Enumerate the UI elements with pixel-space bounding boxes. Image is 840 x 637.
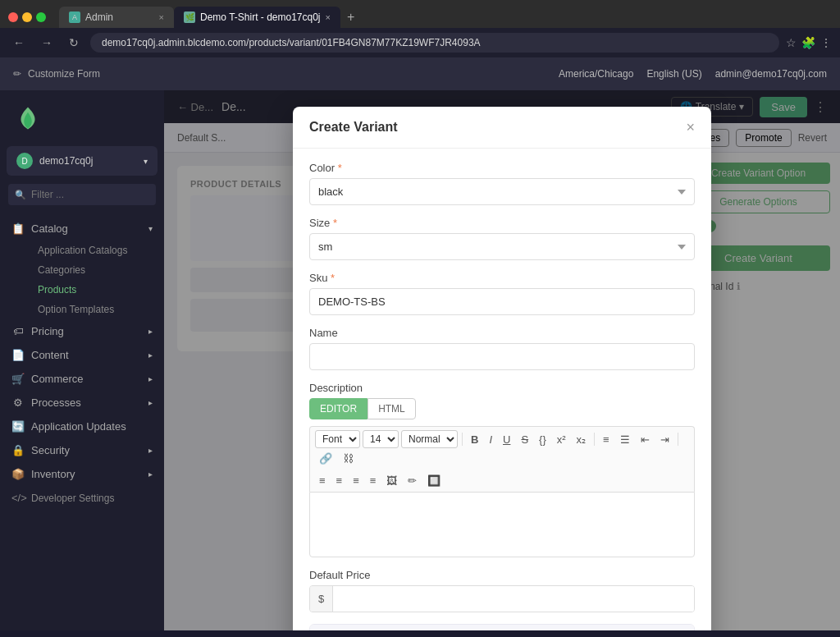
sidebar-item-app-catalogs[interactable]: Application Catalogs — [26, 241, 164, 260]
toolbar-separator-1 — [462, 433, 463, 446]
language-selector[interactable]: English (US) — [646, 68, 701, 80]
inventory-icon: 📦 — [11, 468, 25, 480]
sidebar-app-updates-label: Application Updates — [31, 420, 126, 433]
bookmark-icon[interactable]: ☆ — [786, 36, 797, 49]
tab-favicon-demo: 🌿 — [184, 11, 195, 23]
ordered-list-button[interactable]: ≡ — [599, 432, 614, 447]
size-label: Size * — [309, 217, 695, 229]
italic-button[interactable]: I — [485, 432, 496, 447]
font-size-select[interactable]: 14 — [363, 430, 399, 448]
align-right-button[interactable]: ≡ — [349, 473, 363, 488]
align-center-button[interactable]: ≡ — [332, 473, 347, 488]
address-bar[interactable] — [90, 33, 779, 53]
security-chevron-icon: ▸ — [148, 446, 153, 455]
tab-close-admin[interactable]: × — [159, 12, 164, 22]
sidebar-item-processes[interactable]: ⚙ Processes ▸ — [0, 391, 164, 415]
price-prefix: $ — [310, 586, 333, 612]
browser-toolbar: ← → ↻ ☆ 🧩 ⋮ — [0, 28, 840, 57]
sidebar-nav: 📋 Catalog ▾ Application Catalogs Categor… — [0, 213, 164, 513]
superscript-button[interactable]: x² — [553, 432, 570, 447]
description-label: Description — [309, 382, 695, 394]
bold-button[interactable]: B — [467, 432, 482, 447]
sku-input[interactable] — [309, 288, 695, 315]
sidebar-catalog-sub: Application Catalogs Categories Products… — [0, 241, 164, 319]
content-icon: 📄 — [11, 349, 25, 361]
code-button[interactable]: {} — [535, 432, 550, 447]
modal-close-button[interactable]: × — [686, 120, 695, 135]
menu-icon[interactable]: ⋮ — [820, 36, 832, 49]
availability-header: Availability HIDE — [310, 625, 694, 630]
close-window-button[interactable] — [8, 12, 18, 22]
font-family-select[interactable]: Font — [315, 430, 360, 448]
name-field-group: Name — [309, 327, 695, 370]
unordered-list-button[interactable]: ☰ — [616, 432, 634, 447]
link-button[interactable]: 🔗 — [315, 451, 336, 466]
description-editor[interactable] — [309, 492, 695, 557]
sidebar-item-content[interactable]: 📄 Content ▸ — [0, 343, 164, 367]
color-select[interactable]: black — [309, 178, 695, 205]
admin-label[interactable]: admin@demo17cq0j.com — [715, 68, 827, 80]
browser-tab-demo[interactable]: 🌿 Demo T-Shirt - demo17cq0j × — [174, 7, 340, 28]
color-picker-button[interactable]: ✏ — [404, 473, 421, 488]
extensions-icon[interactable]: 🧩 — [801, 36, 815, 49]
strikethrough-button[interactable]: S — [517, 432, 532, 447]
color-required-indicator: * — [335, 162, 342, 174]
sidebar-item-categories[interactable]: Categories — [26, 260, 164, 280]
toolbar-separator-3 — [678, 433, 678, 446]
pricing-chevron-icon: ▸ — [148, 327, 153, 336]
indent-left-button[interactable]: ⇤ — [637, 432, 654, 447]
editor-tab[interactable]: EDITOR — [309, 398, 368, 419]
back-button[interactable]: ← — [8, 34, 30, 51]
new-tab-button[interactable]: + — [340, 7, 361, 28]
browser-tab-admin[interactable]: A Admin × — [59, 7, 174, 28]
sidebar-item-pricing[interactable]: 🏷 Pricing ▸ — [0, 319, 164, 343]
underline-button[interactable]: U — [499, 432, 514, 447]
sidebar-item-dev-settings[interactable]: </> Developer Settings — [0, 486, 164, 510]
bg-color-button[interactable]: 🔲 — [423, 473, 445, 488]
sidebar-item-app-updates[interactable]: 🔄 Application Updates — [0, 415, 164, 438]
toolbar-icons: ☆ 🧩 ⋮ — [786, 36, 832, 49]
sidebar-item-security[interactable]: 🔒 Security ▸ — [0, 438, 164, 462]
processes-chevron-icon: ▸ — [148, 398, 153, 407]
sidebar-commerce-label: Commerce — [31, 373, 84, 385]
color-label: Color * — [309, 162, 695, 174]
size-field-group: Size * sm — [309, 217, 695, 260]
app-topbar: ✏ Customize Form America/Chicago English… — [0, 57, 840, 90]
toolbar-separator-2 — [594, 433, 595, 446]
editor-toolbar: Font 14 Normal B I — [309, 426, 695, 470]
align-left-button[interactable]: ≡ — [315, 473, 330, 488]
sidebar-item-option-templates[interactable]: Option Templates — [26, 300, 164, 319]
customize-form-label[interactable]: Customize Form — [28, 68, 100, 80]
content-chevron-icon: ▸ — [148, 351, 153, 360]
dev-settings-icon: </> — [11, 492, 25, 504]
sidebar-item-catalog[interactable]: 📋 Catalog ▾ — [0, 217, 164, 241]
price-input[interactable] — [333, 586, 694, 612]
align-justify-button[interactable]: ≡ — [366, 473, 381, 488]
default-price-label: Default Price — [309, 569, 695, 581]
description-tabs: EDITOR HTML — [309, 398, 695, 419]
subscript-button[interactable]: x₂ — [573, 432, 591, 447]
sidebar-item-products[interactable]: Products — [26, 280, 164, 300]
unlink-button[interactable]: ⛓ — [339, 451, 358, 466]
app-logo-icon — [13, 103, 43, 133]
size-select[interactable]: sm — [309, 233, 695, 260]
price-input-wrapper: $ — [309, 585, 695, 612]
maximize-window-button[interactable] — [36, 12, 46, 22]
search-icon: 🔍 — [15, 190, 26, 200]
name-input[interactable] — [309, 343, 695, 370]
tab-close-demo[interactable]: × — [326, 12, 331, 22]
sidebar-search-input[interactable] — [8, 184, 156, 205]
indent-right-button[interactable]: ⇥ — [656, 432, 673, 447]
image-button[interactable]: 🖼 — [382, 473, 401, 488]
minimize-window-button[interactable] — [22, 12, 32, 22]
sidebar-user[interactable]: D demo17cq0j ▾ — [7, 146, 158, 176]
forward-button[interactable]: → — [36, 34, 57, 51]
traffic-lights — [8, 12, 46, 22]
processes-icon: ⚙ — [11, 396, 25, 409]
font-style-select[interactable]: Normal — [401, 430, 458, 448]
html-tab[interactable]: HTML — [368, 398, 416, 419]
user-chevron-icon: ▾ — [144, 157, 148, 166]
refresh-button[interactable]: ↻ — [64, 34, 84, 51]
sidebar-item-commerce[interactable]: 🛒 Commerce ▸ — [0, 367, 164, 391]
sidebar-item-inventory[interactable]: 📦 Inventory ▸ — [0, 462, 164, 486]
